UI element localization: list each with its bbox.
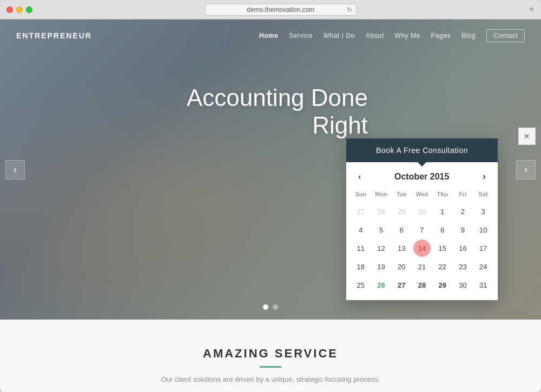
calendar-day-11-w2[interactable]: 11 [352, 240, 370, 257]
hero-heading-line2: Right [312, 112, 368, 138]
calendar-day-29[interactable]: 29 [393, 203, 410, 220]
day-fri: Fri [453, 189, 473, 200]
nav-why-me[interactable]: Why Me [395, 32, 420, 39]
day-wed: Wed [412, 189, 432, 200]
nav-links: Home Service What I Do About Why Me Page… [259, 29, 525, 42]
website-content: ENTREPRENEUR Home Service What I Do Abou… [0, 19, 541, 392]
calendar-header-text: Book A Free Consultation [376, 146, 468, 155]
nav-pages[interactable]: Pages [431, 32, 451, 39]
bottom-section: AMAZING SERVICE Our client solutions are… [0, 320, 541, 392]
calendar-day-5-w1[interactable]: 5 [373, 221, 390, 238]
minimize-button[interactable] [16, 6, 23, 13]
calendar-grid: 2728293012345678910111213141516171819202… [346, 203, 498, 300]
calendar-prev-month[interactable]: ‹ [355, 171, 364, 183]
close-button[interactable] [6, 6, 13, 13]
site-logo[interactable]: ENTREPRENEUR [16, 31, 92, 40]
refresh-icon[interactable]: ↻ [347, 6, 352, 14]
hero-text: Accounting Done Right [187, 84, 368, 139]
calendar-day-10-w1[interactable]: 10 [474, 221, 492, 238]
nav-about[interactable]: About [366, 32, 384, 39]
maximize-button[interactable] [26, 6, 32, 13]
hero-section: ENTREPRENEUR Home Service What I Do Abou… [0, 19, 541, 320]
day-tue: Tue [391, 189, 412, 200]
nav-what-i-do[interactable]: What I Do [324, 32, 355, 39]
calendar-day-2[interactable]: 2 [454, 203, 471, 220]
hero-heading-line1: Accounting Done [187, 84, 368, 111]
calendar-day-19-w3[interactable]: 19 [373, 258, 390, 275]
calendar-day-29-w4[interactable]: 29 [434, 276, 451, 294]
calendar-day-17-w2[interactable]: 17 [474, 240, 492, 257]
calendar-day-24-w3[interactable]: 24 [474, 258, 492, 275]
slider-dot-2[interactable] [273, 304, 278, 310]
calendar-days-header: Sun Mon Tue Wed Thu Fri Sat [346, 189, 498, 203]
calendar-day-27[interactable]: 27 [352, 203, 370, 220]
slider-prev-button[interactable]: ‹ [5, 160, 25, 180]
section-title: AMAZING SERVICE [203, 347, 338, 361]
calendar-body: ‹ October 2015 › Sun Mon Tue Wed Thu Fri… [346, 162, 498, 300]
calendar-day-3[interactable]: 3 [474, 203, 492, 220]
address-bar-container: demo.themovation.com ↻ [69, 4, 492, 16]
nav-contact[interactable]: Contact [486, 29, 525, 42]
calendar-day-12-w2[interactable]: 12 [373, 240, 390, 257]
calendar-day-6-w1[interactable]: 6 [393, 221, 410, 238]
calendar-day-28[interactable]: 28 [373, 203, 390, 220]
day-thu: Thu [432, 189, 453, 200]
calendar-widget: Book A Free Consultation ‹ October 2015 … [346, 138, 498, 300]
calendar-day-1[interactable]: 1 [434, 203, 451, 220]
calendar-month-title: October 2015 [370, 172, 474, 182]
slider-dots [263, 304, 278, 310]
calendar-day-25-w4[interactable]: 25 [352, 276, 370, 294]
section-subtitle: Our client solutions are driven by a uni… [161, 375, 380, 383]
calendar-day-27-w4[interactable]: 27 [393, 276, 410, 294]
calendar-day-30[interactable]: 30 [413, 203, 431, 220]
settings-button[interactable]: ✕ [518, 128, 536, 145]
calendar-day-8-w1[interactable]: 8 [434, 221, 451, 238]
calendar-next-month[interactable]: › [479, 170, 489, 183]
calendar-day-20-w3[interactable]: 20 [393, 258, 410, 275]
day-mon: Mon [371, 189, 392, 200]
calendar-day-9-w1[interactable]: 9 [454, 221, 471, 238]
calendar-day-13-w2[interactable]: 13 [393, 240, 410, 257]
hero-heading: Accounting Done Right [187, 84, 368, 139]
traffic-lights [6, 6, 32, 13]
slider-dot-1[interactable] [263, 304, 268, 310]
slider-next-button[interactable]: › [516, 160, 536, 180]
calendar-day-15-w2[interactable]: 15 [434, 240, 451, 257]
chevron-left-icon: ‹ [14, 164, 17, 175]
calendar-day-14-w2[interactable]: 14 [413, 240, 431, 257]
address-input[interactable]: demo.themovation.com [205, 4, 357, 16]
chevron-right-icon: › [524, 164, 527, 175]
day-sat: Sat [473, 189, 493, 200]
nav-home[interactable]: Home [259, 32, 278, 39]
browser-titlebar: demo.themovation.com ↻ + [0, 0, 541, 19]
calendar-day-4-w1[interactable]: 4 [352, 221, 370, 238]
calendar-day-7-w1[interactable]: 7 [413, 221, 431, 238]
nav-blog[interactable]: Blog [461, 32, 476, 39]
nav-service[interactable]: Service [289, 32, 313, 39]
calendar-day-21-w3[interactable]: 21 [413, 258, 431, 275]
calendar-day-22-w3[interactable]: 22 [434, 258, 451, 275]
calendar-header: Book A Free Consultation [346, 138, 498, 162]
calendar-day-28-w4[interactable]: 28 [413, 276, 431, 294]
section-divider [260, 366, 281, 368]
browser-window: demo.themovation.com ↻ + ENTREPRENEUR Ho… [0, 0, 541, 392]
settings-icon: ✕ [524, 132, 530, 141]
new-tab-button[interactable]: + [529, 4, 535, 15]
calendar-day-18-w3[interactable]: 18 [352, 258, 370, 275]
calendar-day-16-w2[interactable]: 16 [454, 240, 471, 257]
calendar-day-31-w4[interactable]: 31 [474, 276, 492, 294]
main-nav: ENTREPRENEUR Home Service What I Do Abou… [0, 19, 541, 52]
calendar-day-26-w4[interactable]: 26 [373, 276, 390, 294]
calendar-day-30-w4[interactable]: 30 [454, 276, 471, 294]
day-sun: Sun [351, 189, 371, 200]
calendar-day-23-w3[interactable]: 23 [454, 258, 471, 275]
